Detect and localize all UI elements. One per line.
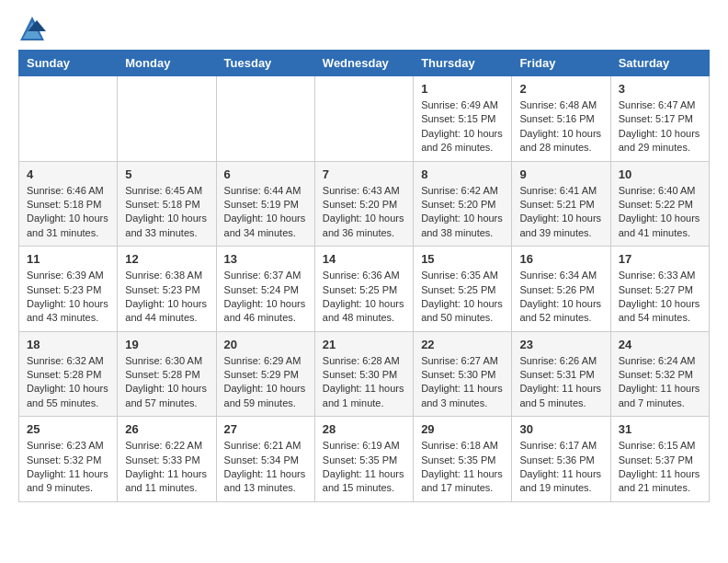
day-number: 26 — [125, 422, 208, 436]
header-sunday: Sunday — [19, 51, 118, 76]
calendar-cell: 12Sunrise: 6:38 AM Sunset: 5:23 PM Dayli… — [118, 247, 216, 332]
day-number: 12 — [125, 252, 208, 266]
calendar-cell: 2Sunrise: 6:48 AM Sunset: 5:16 PM Daylig… — [512, 76, 610, 162]
calendar-cell — [216, 76, 314, 162]
day-number: 8 — [421, 167, 504, 181]
calendar-cell: 6Sunrise: 6:44 AM Sunset: 5:19 PM Daylig… — [216, 161, 314, 247]
day-info: Sunrise: 6:21 AM Sunset: 5:34 PM Dayligh… — [224, 439, 307, 496]
day-number: 6 — [224, 167, 307, 181]
logo — [18, 15, 51, 42]
day-info: Sunrise: 6:35 AM Sunset: 5:25 PM Dayligh… — [421, 269, 504, 326]
day-info: Sunrise: 6:42 AM Sunset: 5:20 PM Dayligh… — [421, 184, 504, 241]
header-tuesday: Tuesday — [216, 51, 314, 76]
day-number: 30 — [519, 422, 602, 436]
day-number: 3 — [619, 82, 701, 96]
calendar-cell: 30Sunrise: 6:17 AM Sunset: 5:36 PM Dayli… — [512, 417, 610, 502]
day-info: Sunrise: 6:26 AM Sunset: 5:31 PM Dayligh… — [519, 354, 602, 411]
day-info: Sunrise: 6:44 AM Sunset: 5:19 PM Dayligh… — [224, 184, 307, 241]
day-info: Sunrise: 6:37 AM Sunset: 5:24 PM Dayligh… — [224, 269, 307, 326]
day-info: Sunrise: 6:23 AM Sunset: 5:32 PM Dayligh… — [27, 439, 109, 496]
day-info: Sunrise: 6:36 AM Sunset: 5:25 PM Dayligh… — [323, 269, 405, 326]
calendar-week-row: 18Sunrise: 6:32 AM Sunset: 5:28 PM Dayli… — [19, 331, 710, 417]
calendar-cell: 16Sunrise: 6:34 AM Sunset: 5:26 PM Dayli… — [512, 247, 610, 332]
day-number: 1 — [421, 82, 504, 96]
calendar-week-row: 1Sunrise: 6:49 AM Sunset: 5:15 PM Daylig… — [19, 76, 710, 162]
day-number: 5 — [125, 167, 208, 181]
day-number: 17 — [619, 252, 701, 266]
day-info: Sunrise: 6:38 AM Sunset: 5:23 PM Dayligh… — [125, 269, 208, 326]
calendar-cell: 19Sunrise: 6:30 AM Sunset: 5:28 PM Dayli… — [118, 331, 216, 417]
calendar-cell: 14Sunrise: 6:36 AM Sunset: 5:25 PM Dayli… — [314, 247, 413, 332]
day-info: Sunrise: 6:43 AM Sunset: 5:20 PM Dayligh… — [323, 184, 405, 241]
header-thursday: Thursday — [414, 51, 512, 76]
day-number: 24 — [619, 338, 701, 351]
calendar-cell: 31Sunrise: 6:15 AM Sunset: 5:37 PM Dayli… — [610, 417, 709, 502]
calendar-week-row: 25Sunrise: 6:23 AM Sunset: 5:32 PM Dayli… — [19, 417, 710, 502]
day-number: 10 — [619, 167, 701, 181]
calendar-cell: 27Sunrise: 6:21 AM Sunset: 5:34 PM Dayli… — [216, 417, 314, 502]
calendar-cell: 22Sunrise: 6:27 AM Sunset: 5:30 PM Dayli… — [414, 331, 512, 417]
day-info: Sunrise: 6:48 AM Sunset: 5:16 PM Dayligh… — [519, 98, 602, 155]
header-monday: Monday — [118, 51, 216, 76]
header-saturday: Saturday — [610, 51, 709, 76]
day-number: 7 — [323, 167, 405, 181]
calendar-cell — [314, 76, 413, 162]
day-info: Sunrise: 6:15 AM Sunset: 5:37 PM Dayligh… — [619, 439, 701, 496]
day-info: Sunrise: 6:30 AM Sunset: 5:28 PM Dayligh… — [125, 354, 208, 411]
calendar-table: SundayMondayTuesdayWednesdayThursdayFrid… — [18, 50, 710, 502]
calendar-cell: 15Sunrise: 6:35 AM Sunset: 5:25 PM Dayli… — [414, 247, 512, 332]
calendar-cell: 21Sunrise: 6:28 AM Sunset: 5:30 PM Dayli… — [314, 331, 413, 417]
day-number: 21 — [323, 338, 405, 351]
header — [18, 15, 710, 42]
calendar-cell: 25Sunrise: 6:23 AM Sunset: 5:32 PM Dayli… — [19, 417, 118, 502]
day-number: 13 — [224, 252, 307, 266]
calendar-cell: 1Sunrise: 6:49 AM Sunset: 5:15 PM Daylig… — [414, 76, 512, 162]
calendar-cell: 9Sunrise: 6:41 AM Sunset: 5:21 PM Daylig… — [512, 161, 610, 247]
day-info: Sunrise: 6:32 AM Sunset: 5:28 PM Dayligh… — [27, 354, 109, 411]
day-info: Sunrise: 6:33 AM Sunset: 5:27 PM Dayligh… — [619, 269, 701, 326]
day-info: Sunrise: 6:45 AM Sunset: 5:18 PM Dayligh… — [125, 184, 208, 241]
calendar-cell: 3Sunrise: 6:47 AM Sunset: 5:17 PM Daylig… — [610, 76, 709, 162]
calendar-cell: 29Sunrise: 6:18 AM Sunset: 5:35 PM Dayli… — [414, 417, 512, 502]
day-number: 19 — [125, 338, 208, 351]
logo-icon — [18, 15, 46, 42]
calendar-cell: 8Sunrise: 6:42 AM Sunset: 5:20 PM Daylig… — [414, 161, 512, 247]
day-info: Sunrise: 6:47 AM Sunset: 5:17 PM Dayligh… — [619, 98, 701, 155]
calendar-week-row: 11Sunrise: 6:39 AM Sunset: 5:23 PM Dayli… — [19, 247, 710, 332]
day-info: Sunrise: 6:41 AM Sunset: 5:21 PM Dayligh… — [519, 184, 602, 241]
day-info: Sunrise: 6:28 AM Sunset: 5:30 PM Dayligh… — [323, 354, 405, 411]
day-number: 15 — [421, 252, 504, 266]
day-number: 23 — [519, 338, 602, 351]
calendar-cell: 5Sunrise: 6:45 AM Sunset: 5:18 PM Daylig… — [118, 161, 216, 247]
calendar-cell: 7Sunrise: 6:43 AM Sunset: 5:20 PM Daylig… — [314, 161, 413, 247]
day-number: 25 — [27, 422, 109, 436]
day-number: 18 — [27, 338, 109, 351]
day-number: 2 — [519, 82, 602, 96]
day-number: 14 — [323, 252, 405, 266]
day-number: 9 — [519, 167, 602, 181]
day-info: Sunrise: 6:46 AM Sunset: 5:18 PM Dayligh… — [27, 184, 109, 241]
calendar-cell: 10Sunrise: 6:40 AM Sunset: 5:22 PM Dayli… — [610, 161, 709, 247]
calendar-cell: 24Sunrise: 6:24 AM Sunset: 5:32 PM Dayli… — [610, 331, 709, 417]
day-number: 16 — [519, 252, 602, 266]
header-friday: Friday — [512, 51, 610, 76]
calendar-cell: 11Sunrise: 6:39 AM Sunset: 5:23 PM Dayli… — [19, 247, 118, 332]
calendar-cell: 18Sunrise: 6:32 AM Sunset: 5:28 PM Dayli… — [19, 331, 118, 417]
calendar-cell — [19, 76, 118, 162]
day-number: 28 — [323, 422, 405, 436]
day-number: 20 — [224, 338, 307, 351]
calendar-cell: 28Sunrise: 6:19 AM Sunset: 5:35 PM Dayli… — [314, 417, 413, 502]
calendar-week-row: 4Sunrise: 6:46 AM Sunset: 5:18 PM Daylig… — [19, 161, 710, 247]
calendar-cell: 23Sunrise: 6:26 AM Sunset: 5:31 PM Dayli… — [512, 331, 610, 417]
day-number: 29 — [421, 422, 504, 436]
day-info: Sunrise: 6:40 AM Sunset: 5:22 PM Dayligh… — [619, 184, 701, 241]
calendar-cell: 26Sunrise: 6:22 AM Sunset: 5:33 PM Dayli… — [118, 417, 216, 502]
calendar-header-row: SundayMondayTuesdayWednesdayThursdayFrid… — [19, 51, 710, 76]
day-info: Sunrise: 6:29 AM Sunset: 5:29 PM Dayligh… — [224, 354, 307, 411]
day-info: Sunrise: 6:18 AM Sunset: 5:35 PM Dayligh… — [421, 439, 504, 496]
day-number: 27 — [224, 422, 307, 436]
calendar-cell — [118, 76, 216, 162]
calendar-cell: 17Sunrise: 6:33 AM Sunset: 5:27 PM Dayli… — [610, 247, 709, 332]
day-info: Sunrise: 6:24 AM Sunset: 5:32 PM Dayligh… — [619, 354, 701, 411]
day-info: Sunrise: 6:22 AM Sunset: 5:33 PM Dayligh… — [125, 439, 208, 496]
